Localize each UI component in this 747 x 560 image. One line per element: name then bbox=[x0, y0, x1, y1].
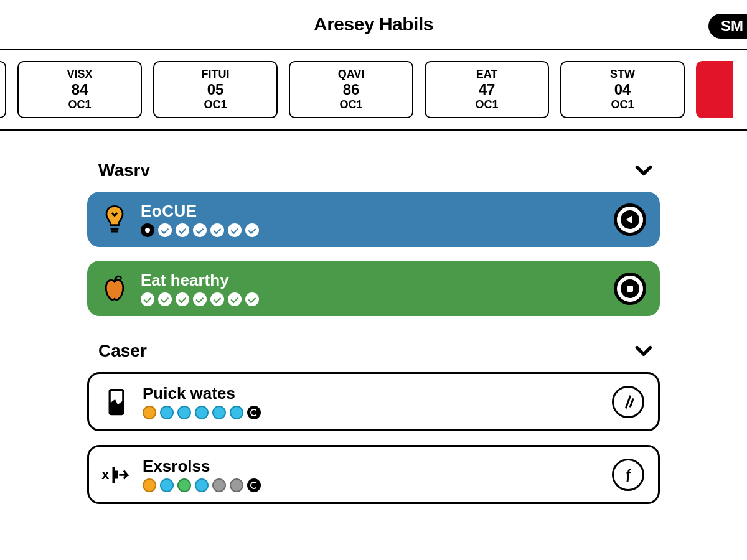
section-header[interactable]: Wasrv bbox=[87, 149, 660, 192]
date-dow: VISX bbox=[67, 68, 92, 81]
dot bbox=[160, 478, 174, 492]
section-header[interactable]: Caser bbox=[87, 330, 660, 372]
header: Aresey Habils SM bbox=[0, 0, 747, 50]
dot bbox=[143, 478, 156, 492]
dot bbox=[247, 406, 261, 419]
dot bbox=[247, 478, 261, 492]
dot bbox=[193, 223, 207, 237]
date-mon: OC1 bbox=[475, 98, 498, 111]
dot bbox=[177, 406, 191, 419]
habit-title: Eat hearthy bbox=[141, 271, 604, 290]
svg-rect-4 bbox=[115, 470, 118, 478]
streak-dots bbox=[141, 223, 604, 237]
date-cell bbox=[696, 61, 733, 118]
date-num: 47 bbox=[479, 81, 496, 98]
habit-title: EoCUE bbox=[141, 202, 604, 221]
header-pill[interactable]: SM bbox=[708, 14, 747, 39]
content: WasrvEoCUEEat hearthyCaserPuick watesxEx… bbox=[0, 131, 747, 504]
habit-title: Puick wates bbox=[143, 384, 602, 403]
date-num: 86 bbox=[343, 81, 360, 98]
play-icon bbox=[621, 210, 639, 229]
streak-dots bbox=[143, 478, 602, 492]
dot bbox=[212, 478, 226, 492]
stop-icon bbox=[621, 279, 639, 298]
dot bbox=[141, 292, 154, 306]
date-num: 04 bbox=[614, 81, 631, 98]
dot bbox=[176, 223, 189, 237]
date-dow: QAVI bbox=[338, 68, 365, 81]
dot bbox=[210, 292, 224, 306]
action-button[interactable]: ƒ bbox=[612, 459, 644, 491]
date-cell[interactable]: EAT47OC1 bbox=[425, 61, 549, 118]
action-button[interactable] bbox=[612, 386, 644, 418]
svg-text:x: x bbox=[101, 466, 109, 482]
water-icon bbox=[100, 386, 133, 418]
habit-body: Eat hearthy bbox=[141, 271, 604, 306]
dot bbox=[210, 223, 224, 237]
dot bbox=[212, 406, 226, 419]
date-cell[interactable]: VISX84OC1 bbox=[17, 61, 142, 118]
habit-body: Exsrolss bbox=[143, 457, 602, 492]
chevron-down-icon bbox=[634, 341, 654, 361]
dot bbox=[245, 223, 259, 237]
date-cell bbox=[0, 61, 6, 118]
date-cell[interactable]: QAVI86OC1 bbox=[289, 61, 413, 118]
dot bbox=[160, 406, 174, 419]
apple-icon bbox=[98, 273, 131, 305]
habit-card-focue[interactable]: EoCUE bbox=[87, 192, 660, 247]
dot bbox=[158, 292, 172, 306]
dot bbox=[158, 223, 172, 237]
lightbulb-icon bbox=[98, 203, 131, 236]
date-mon: OC1 bbox=[204, 98, 227, 111]
svg-rect-3 bbox=[113, 467, 115, 483]
dot bbox=[177, 478, 191, 492]
stop-button[interactable] bbox=[614, 273, 646, 305]
habit-card-exercise[interactable]: xExsrolssƒ bbox=[87, 445, 660, 504]
date-mon: OC1 bbox=[68, 98, 91, 111]
dot bbox=[228, 223, 242, 237]
date-strip: VISX84OC1FITUI05OC1QAVI86OC1EAT47OC1STW0… bbox=[0, 50, 747, 131]
dot bbox=[195, 406, 209, 419]
date-num: 84 bbox=[72, 81, 88, 98]
habit-body: EoCUE bbox=[141, 202, 604, 237]
f-icon: ƒ bbox=[624, 466, 632, 483]
date-dow: FITUI bbox=[202, 68, 230, 81]
play-button[interactable] bbox=[614, 203, 646, 236]
dot bbox=[141, 223, 154, 237]
svg-point-0 bbox=[116, 276, 121, 279]
date-num: 05 bbox=[207, 81, 224, 98]
dot bbox=[230, 406, 243, 419]
section-title: Caser bbox=[98, 341, 147, 361]
date-dow: EAT bbox=[476, 68, 498, 81]
date-cell[interactable]: FITUI05OC1 bbox=[153, 61, 278, 118]
page-title: Aresey Habils bbox=[314, 14, 433, 35]
slash-icon bbox=[621, 395, 635, 409]
dot bbox=[176, 292, 189, 306]
streak-dots bbox=[143, 406, 602, 419]
dot bbox=[143, 406, 156, 419]
dot bbox=[230, 478, 243, 492]
habit-card-eat-healthy[interactable]: Eat hearthy bbox=[87, 261, 660, 316]
dot bbox=[228, 292, 242, 306]
date-mon: OC1 bbox=[339, 98, 362, 111]
date-dow: STW bbox=[610, 68, 635, 81]
dot bbox=[195, 478, 209, 492]
chevron-down-icon bbox=[634, 161, 654, 180]
section-title: Wasrv bbox=[98, 161, 150, 180]
dot bbox=[193, 292, 207, 306]
habit-card-drink-water[interactable]: Puick wates bbox=[87, 372, 660, 431]
exercise-icon: x bbox=[100, 459, 133, 491]
streak-dots bbox=[141, 292, 604, 306]
habit-title: Exsrolss bbox=[143, 457, 602, 476]
date-mon: OC1 bbox=[611, 98, 634, 111]
dot bbox=[245, 292, 259, 306]
habit-body: Puick wates bbox=[143, 384, 602, 419]
date-cell[interactable]: STW04OC1 bbox=[560, 61, 685, 118]
